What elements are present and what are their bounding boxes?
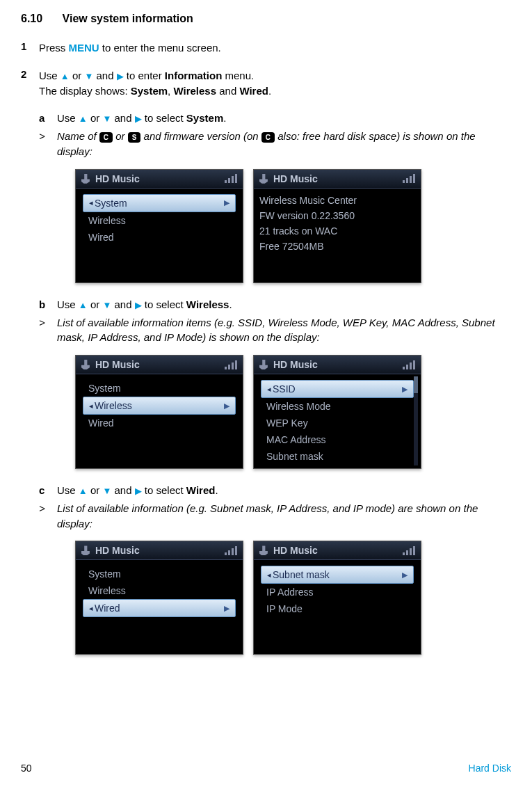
menu-item-label: Wireless bbox=[88, 585, 230, 596]
step-body: Use or and to enter Information menu. Th… bbox=[39, 68, 511, 99]
menu-item[interactable]: Wireless bbox=[83, 582, 236, 599]
menu-item[interactable]: ◂System▶ bbox=[83, 194, 236, 212]
signal-icon bbox=[225, 546, 237, 555]
screen-header: HD Music bbox=[76, 541, 243, 560]
menu-item-label: Wireless bbox=[88, 215, 230, 226]
music-note-icon bbox=[259, 174, 269, 184]
chevron-right-icon: ▶ bbox=[224, 604, 229, 613]
footer-label: Hard Disk bbox=[469, 763, 511, 774]
menu-item[interactable]: ◂Wireless▶ bbox=[83, 397, 236, 415]
signal-icon bbox=[225, 360, 237, 369]
nav-up-icon bbox=[61, 70, 70, 81]
chevron-right-icon: ▶ bbox=[224, 198, 229, 207]
menu-item-label: SSID bbox=[273, 383, 402, 394]
menu-item[interactable]: Subnet mask bbox=[261, 448, 414, 465]
info-line: 21 tracks on WAC bbox=[255, 223, 419, 239]
screen-a-right: HD Music Wireless Music CenterFW version… bbox=[253, 169, 421, 283]
menu-item-label: Wired bbox=[88, 232, 230, 243]
nav-right-icon bbox=[135, 112, 142, 124]
screen-a-left: HD Music ◂System▶WirelessWired bbox=[75, 169, 243, 283]
menu-item[interactable]: System bbox=[83, 566, 236, 582]
menu-item-label: Subnet mask bbox=[266, 451, 408, 462]
substep-c: c Use or and to select Wired. bbox=[39, 483, 511, 498]
step-number: 2 bbox=[21, 68, 39, 99]
substep-marker: a bbox=[39, 111, 57, 126]
substep-b-result: > List of available information items (e… bbox=[39, 315, 511, 346]
nav-up-icon bbox=[79, 298, 88, 310]
chevron-left-icon: ◂ bbox=[89, 604, 93, 613]
nav-right-icon bbox=[117, 70, 124, 81]
info-line: Free 72504MB bbox=[255, 239, 419, 254]
menu-item[interactable]: IP Address bbox=[261, 465, 414, 469]
chevron-left-icon: ◂ bbox=[89, 198, 93, 207]
page-footer: 50 Hard Disk bbox=[21, 763, 511, 774]
page-number: 50 bbox=[21, 763, 32, 774]
step-body: Press MENU to enter the menu screen. bbox=[39, 40, 511, 56]
section-number: 6.10 bbox=[21, 13, 42, 24]
chevron-right-icon: ▶ bbox=[224, 401, 229, 411]
music-note-icon bbox=[259, 360, 269, 369]
substep-b: b Use or and to select Wireless. bbox=[39, 297, 511, 312]
step-2: 2 Use or and to enter Information menu. … bbox=[21, 68, 511, 99]
menu-item[interactable]: Wireless Mode bbox=[261, 398, 414, 415]
substep-a: a Use or and to select System. bbox=[39, 111, 511, 126]
screen-b-left: HD Music System◂Wireless▶Wired bbox=[75, 355, 243, 469]
chevron-left-icon: ◂ bbox=[267, 571, 271, 580]
nav-down-icon bbox=[102, 298, 111, 310]
menu-item[interactable]: WEP Key bbox=[261, 415, 414, 431]
badge-s: S bbox=[128, 132, 141, 143]
substep-c-result: > List of available information (e.g. Su… bbox=[39, 501, 511, 532]
substep-marker: b bbox=[39, 297, 57, 312]
nav-down-icon bbox=[84, 70, 93, 81]
menu-item-label: IP Address bbox=[266, 587, 408, 598]
chevron-left-icon: ◂ bbox=[267, 385, 271, 394]
chevron-left-icon: ◂ bbox=[89, 401, 93, 411]
signal-icon bbox=[225, 174, 237, 183]
menu-item-label: IP Mode bbox=[266, 603, 408, 614]
menu-item[interactable]: Wired bbox=[83, 415, 236, 431]
menu-item[interactable]: ◂SSID▶ bbox=[261, 380, 414, 398]
signal-icon bbox=[403, 174, 415, 183]
menu-item-label: System bbox=[95, 198, 224, 209]
menu-item-label: IP Address bbox=[266, 468, 408, 469]
result-marker: > bbox=[39, 129, 57, 159]
scrollbar bbox=[414, 376, 418, 465]
nav-down-icon bbox=[102, 112, 111, 124]
menu-item-label: Wired bbox=[95, 603, 224, 614]
result-marker: > bbox=[39, 315, 57, 346]
signal-icon bbox=[403, 546, 415, 555]
info-line: Wireless Music Center bbox=[255, 193, 419, 208]
menu-item-label: WEP Key bbox=[266, 417, 408, 429]
menu-item[interactable]: IP Address bbox=[261, 584, 414, 600]
menu-item-label: System bbox=[88, 568, 230, 580]
menu-item[interactable]: IP Mode bbox=[261, 600, 414, 617]
menu-item[interactable]: ◂Subnet mask▶ bbox=[261, 566, 414, 584]
badge-c: C bbox=[261, 132, 275, 143]
menu-item[interactable]: Wired bbox=[83, 229, 236, 246]
menu-item-label: Wireless bbox=[95, 400, 224, 411]
nav-up-icon bbox=[79, 112, 88, 124]
signal-icon bbox=[403, 360, 415, 369]
menu-item-label: Wired bbox=[88, 417, 230, 429]
menu-item[interactable]: Wireless bbox=[83, 212, 236, 229]
substep-a-result: > Name of C or S and firmware version (o… bbox=[39, 129, 511, 159]
result-marker: > bbox=[39, 501, 57, 532]
music-note-icon bbox=[81, 360, 91, 369]
step-number: 1 bbox=[21, 40, 39, 56]
section-title: View system information bbox=[63, 13, 193, 24]
screens-b: HD Music System◂Wireless▶Wired HD Music … bbox=[75, 355, 511, 469]
nav-down-icon bbox=[102, 484, 111, 496]
music-note-icon bbox=[259, 545, 269, 555]
screen-c-right: HD Music ◂Subnet mask▶IP AddressIP Mode bbox=[253, 541, 421, 655]
screen-header: HD Music bbox=[254, 541, 421, 560]
menu-item-label: Wireless Mode bbox=[266, 401, 408, 412]
step-1: 1 Press MENU to enter the menu screen. bbox=[21, 40, 511, 56]
screen-header: HD Music bbox=[76, 170, 243, 189]
screen-header: HD Music bbox=[254, 170, 421, 189]
nav-right-icon bbox=[135, 298, 142, 310]
menu-item[interactable]: MAC Address bbox=[261, 431, 414, 448]
screen-header: HD Music bbox=[254, 356, 421, 374]
menu-item[interactable]: System bbox=[83, 380, 236, 397]
menu-item[interactable]: ◂Wired▶ bbox=[83, 599, 236, 617]
screen-b-right: HD Music ◂SSID▶Wireless ModeWEP KeyMAC A… bbox=[253, 355, 421, 469]
